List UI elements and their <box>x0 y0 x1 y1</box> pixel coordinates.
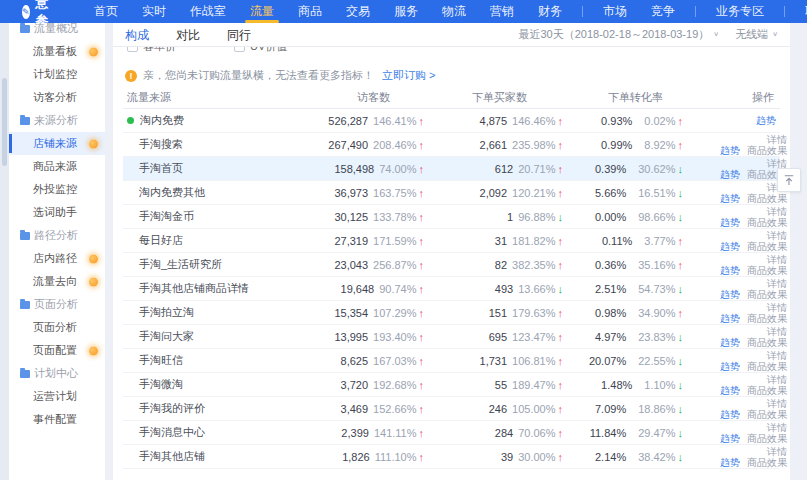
action-link-primary[interactable]: 趋势 <box>720 145 740 156</box>
back-to-top-button[interactable] <box>777 168 801 192</box>
action-link-primary[interactable]: 趋势 <box>720 385 740 396</box>
action-link-muted[interactable]: 详情 <box>767 350 787 361</box>
action-link-primary[interactable]: 趋势 <box>720 433 740 444</box>
table-row[interactable]: 手淘拍立淘15,354107.29%↑151179.63%↑0.98%34.90… <box>123 301 780 325</box>
sidebar-item-17[interactable]: 事件配置 <box>9 408 105 431</box>
table-row[interactable]: 手淘我的评价3,469152.66%↑246105.00%↑7.09%18.86… <box>123 397 780 421</box>
action-link-muted[interactable]: 商品效果 <box>747 361 787 372</box>
metric-checkbox-0[interactable]: 客单价 <box>127 47 176 54</box>
action-link-primary[interactable]: 趋势 <box>720 241 740 252</box>
action-link-muted[interactable]: 商品效果 <box>747 457 787 468</box>
nav-item-7[interactable]: 物流 <box>442 0 466 23</box>
action-link-muted[interactable]: 详情 <box>767 230 787 241</box>
action-link-primary[interactable]: 趋势 <box>720 409 740 420</box>
action-link-primary[interactable]: 趋势 <box>720 193 740 204</box>
nav-item-12[interactable]: 业务专区 <box>716 0 764 23</box>
action-link-primary[interactable]: 趋势 <box>720 217 740 228</box>
action-link-muted[interactable]: 商品效果 <box>747 385 787 396</box>
action-link-muted[interactable]: 详情 <box>767 302 787 313</box>
table-row[interactable]: 淘内免费其他36,973163.75%↑2,092120.21%↑5.66%16… <box>123 181 780 205</box>
table-row[interactable]: 手淘_生活研究所23,043256.87%↑82382.35%↑0.36%35.… <box>123 253 780 277</box>
action-link-primary[interactable]: 趋势 <box>720 289 740 300</box>
nav-item-2[interactable]: 作战室 <box>190 0 226 23</box>
action-link-primary[interactable]: 趋势 <box>756 115 776 126</box>
nav-item-11[interactable]: 竞争 <box>651 0 675 23</box>
action-link-muted[interactable]: 商品效果 <box>747 193 787 204</box>
sidebar-item-11[interactable]: 流量去向 <box>9 270 105 293</box>
table-row[interactable]: 手淘消息中心2,399141.11%↑28470.06%↑11.84%29.47… <box>123 421 780 445</box>
action-link-primary[interactable]: 趋势 <box>720 337 740 348</box>
sidebar-item-8[interactable]: 选词助手 <box>9 201 105 224</box>
sidebar-item-2[interactable]: 计划监控 <box>9 63 105 86</box>
arrow-up-icon: ↑ <box>558 307 564 319</box>
folder-icon <box>20 117 30 125</box>
table-row[interactable]: 手淘微淘3,720192.68%↑55189.47%↑1.48%1.10%↓详情… <box>123 373 780 397</box>
table-row[interactable]: 淘内免费526,287146.41%↑4,875146.46%↑0.93%0.0… <box>123 109 780 133</box>
table-row[interactable]: 手淘其他店铺1,826111.10%↑3930.00%↑2.14%38.42%↓… <box>123 445 780 469</box>
action-link-muted[interactable]: 商品效果 <box>747 145 787 156</box>
action-link-muted[interactable]: 商品效果 <box>747 337 787 348</box>
terminal-select[interactable]: 无线端 ∨ <box>735 27 778 42</box>
table-row[interactable]: 手淘首页158,49874.00%↑61220.71%↑0.39%30.62%↓… <box>123 157 780 181</box>
nav-item-6[interactable]: 服务 <box>394 0 418 23</box>
date-range-select[interactable]: 最近30天（2018-02-18～2018-03-19） ∨ <box>519 27 720 42</box>
table-row[interactable]: 手淘搜索267,490208.46%↑2,661235.98%↑0.99%8.9… <box>123 133 780 157</box>
sidebar-item-1[interactable]: 流量看板 <box>9 40 105 63</box>
action-link-primary[interactable]: 趋势 <box>720 457 740 468</box>
action-link-muted[interactable]: 商品效果 <box>747 241 787 252</box>
table-row[interactable]: 手淘问大家13,995193.40%↑695123.47%↑4.97%23.83… <box>123 325 780 349</box>
tab-1[interactable]: 对比 <box>176 23 200 47</box>
left-scrollbar[interactable] <box>0 23 9 480</box>
sidebar-item-6[interactable]: 商品来源 <box>9 155 105 178</box>
cell-actions: 详情趋势商品效果 <box>713 398 790 420</box>
nav-item-9[interactable]: 财务 <box>538 0 562 23</box>
arrow-up-icon: ↑ <box>678 139 684 151</box>
action-link-muted[interactable]: 详情 <box>767 422 787 433</box>
cell-actions: 详情趋势商品效果 <box>713 302 790 324</box>
tab-2[interactable]: 同行 <box>227 23 251 47</box>
action-link-muted[interactable]: 详情 <box>767 206 787 217</box>
sidebar-item-14[interactable]: 页面配置 <box>9 339 105 362</box>
nav-item-1[interactable]: 实时 <box>142 0 166 23</box>
metric-value: 36,973 <box>334 187 368 199</box>
sidebar-item-7[interactable]: 外投监控 <box>9 178 105 201</box>
scrollbar-thumb[interactable] <box>2 78 7 166</box>
nav-item-8[interactable]: 营销 <box>490 0 514 23</box>
action-link-muted[interactable]: 商品效果 <box>747 217 787 228</box>
sidebar-item-10[interactable]: 店内路径 <box>9 247 105 270</box>
table-row[interactable]: 每日好店27,319171.59%↑31181.82%↑0.11%3.77%↑详… <box>123 229 780 253</box>
nav-item-3[interactable]: 流量 <box>250 0 274 23</box>
action-link-primary[interactable]: 趋势 <box>720 265 740 276</box>
tab-0[interactable]: 构成 <box>125 23 149 47</box>
sidebar-item-13[interactable]: 页面分析 <box>9 316 105 339</box>
action-link-primary[interactable]: 趋势 <box>720 169 740 180</box>
action-link-muted[interactable]: 商品效果 <box>747 265 787 276</box>
action-link-muted[interactable]: 详情 <box>767 398 787 409</box>
action-link-muted[interactable]: 商品效果 <box>747 409 787 420</box>
action-link-muted[interactable]: 商品效果 <box>747 313 787 324</box>
nav-item-10[interactable]: 市场 <box>603 0 627 23</box>
nav-item-5[interactable]: 交易 <box>346 0 370 23</box>
sidebar-item-5[interactable]: 店铺来源 <box>9 132 105 155</box>
action-link-muted[interactable]: 详情 <box>767 134 787 145</box>
nav-item-0[interactable]: 首页 <box>94 0 118 23</box>
action-link-muted[interactable]: 详情 <box>767 446 787 457</box>
table-row[interactable]: 手淘其他店铺商品详情19,64890.74%↑49313.66%↓2.51%54… <box>123 277 780 301</box>
action-link-muted[interactable]: 详情 <box>767 326 787 337</box>
metric-checkbox-1[interactable]: UV价值 <box>234 47 287 54</box>
table-row[interactable]: 手淘旺信8,625167.03%↑1,731106.81%↑20.07%22.5… <box>123 349 780 373</box>
action-link-muted[interactable]: 详情 <box>767 254 787 265</box>
nav-item-4[interactable]: 商品 <box>298 0 322 23</box>
action-link-muted[interactable]: 详情 <box>767 158 787 169</box>
sidebar-item-16[interactable]: 运营计划 <box>9 385 105 408</box>
sidebar-item-3[interactable]: 访客分析 <box>9 86 105 109</box>
action-link-primary[interactable]: 趋势 <box>720 361 740 372</box>
action-link-muted[interactable]: 详情 <box>767 374 787 385</box>
action-link-primary[interactable]: 趋势 <box>720 313 740 324</box>
action-link-muted[interactable]: 详情 <box>767 278 787 289</box>
table-row[interactable]: 手淘淘金币30,125133.78%↑196.88%↓0.00%98.66%↓详… <box>123 205 780 229</box>
action-link-muted[interactable]: 商品效果 <box>747 433 787 444</box>
chevron-down-icon: ∨ <box>713 31 719 38</box>
action-link-muted[interactable]: 商品效果 <box>747 289 787 300</box>
subscribe-link[interactable]: 立即订购 > <box>382 68 435 83</box>
